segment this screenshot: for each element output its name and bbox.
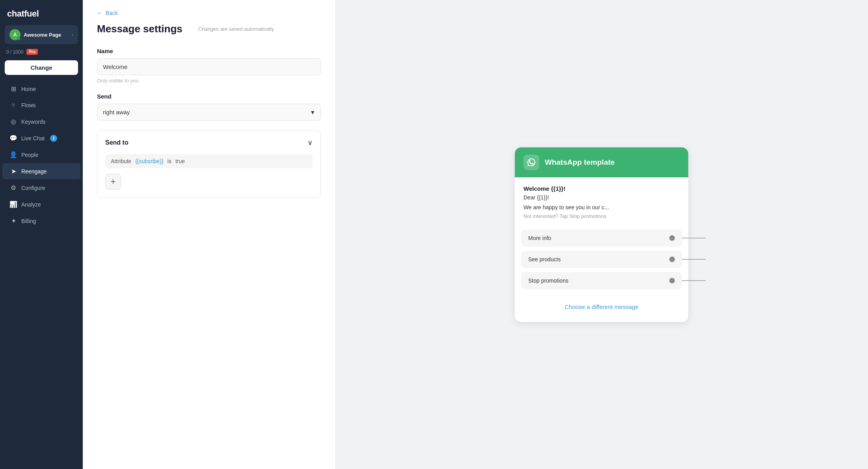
billing-icon: ✦ — [9, 217, 17, 225]
stats-text: 0 / 1000 — [6, 49, 23, 55]
sidebar-item-label: Home — [21, 86, 36, 92]
send-select[interactable]: right away — [97, 104, 321, 121]
right-panel: WhatsApp template Welcome {{1}}! Dear {{… — [335, 0, 868, 469]
keywords-icon: ◎ — [9, 118, 17, 125]
wa-button-stop-promotions-label: Stop promotions — [528, 277, 568, 284]
sidebar-item-configure[interactable]: ⚙ Configure — [2, 180, 80, 196]
wa-button-see-products[interactable]: See products — [521, 251, 682, 268]
send-select-wrapper: right away ▼ — [97, 104, 321, 121]
sidebar-item-label: Keywords — [21, 119, 45, 125]
whatsapp-card: WhatsApp template Welcome {{1}}! Dear {{… — [515, 147, 688, 322]
sidebar-item-home[interactable]: ⊞ Home — [2, 81, 80, 97]
change-button[interactable]: Change — [5, 60, 78, 75]
send-to-title: Send to — [105, 139, 129, 146]
flows-icon: ⑂ — [9, 102, 17, 109]
filter-value-text: true — [175, 158, 185, 164]
wa-connector-dot-1 — [669, 235, 675, 241]
wa-connector-dot-3 — [669, 278, 675, 283]
send-to-card: Send to ∨ Attribute {{subsribe}} is true… — [97, 130, 321, 198]
name-label: Name — [97, 48, 321, 54]
name-hint: Only visible to you — [97, 78, 321, 84]
livechat-icon: 💬 — [9, 134, 17, 142]
app-logo: chatfuel — [0, 0, 83, 25]
sidebar-item-flows[interactable]: ⑂ Flows — [2, 97, 80, 113]
sidebar-item-reengage[interactable]: ➤ Reengage — [2, 163, 80, 179]
send-label: Send — [97, 93, 321, 100]
connector-line-1 — [682, 238, 706, 238]
wa-button-more-info-label: More info — [528, 235, 551, 241]
analyze-icon: 📊 — [9, 201, 17, 208]
page-header: Message settings Changes are saved autom… — [97, 23, 321, 35]
connector-line-2 — [682, 259, 706, 260]
wa-message-title: Welcome {{1}}! — [523, 185, 680, 192]
configure-icon: ⚙ — [9, 184, 17, 192]
account-stats: 0 / 1000 Pro — [5, 47, 78, 56]
connector-line-3 — [682, 280, 706, 281]
sidebar-item-keywords[interactable]: ◎ Keywords — [2, 114, 80, 130]
filter-is-text: is — [168, 158, 171, 164]
account-chevron-icon: › — [72, 32, 73, 37]
sidebar-item-label: Configure — [21, 185, 45, 191]
account-switcher[interactable]: A Awesome Page › — [5, 25, 78, 44]
name-section: Name Only visible to you — [97, 48, 321, 84]
sidebar-item-label: Billing — [21, 218, 36, 224]
reengage-icon: ➤ — [9, 168, 17, 175]
sidebar-item-label: People — [21, 152, 39, 158]
wa-message-sub: Not interested? Tap Stop promotions — [523, 213, 680, 219]
back-arrow-icon: ← — [97, 9, 103, 17]
back-link[interactable]: ← Back — [97, 9, 321, 17]
pro-badge: Pro — [26, 49, 38, 55]
filter-attribute-value[interactable]: {{subsribe}} — [135, 158, 164, 164]
wa-button-stop-promotions[interactable]: Stop promotions — [521, 272, 682, 289]
wa-header: WhatsApp template — [515, 147, 688, 177]
filter-row: Attribute {{subsribe}} is true — [105, 154, 313, 168]
wa-header-title: WhatsApp template — [545, 158, 615, 167]
avatar: A — [9, 29, 20, 40]
live-chat-badge: 1 — [50, 135, 57, 142]
wa-button-see-products-label: See products — [528, 256, 561, 262]
online-dot — [17, 37, 20, 40]
sidebar-nav: ⊞ Home ⑂ Flows ◎ Keywords 💬 Live Chat 1 … — [0, 80, 83, 229]
sidebar-item-label: Analyze — [21, 201, 41, 208]
wa-message-line1: Dear {{1}}! — [523, 194, 680, 202]
sidebar-item-people[interactable]: 👤 People — [2, 147, 80, 163]
sidebar-item-live-chat[interactable]: 💬 Live Chat 1 — [2, 130, 80, 146]
sidebar-item-billing[interactable]: ✦ Billing — [2, 213, 80, 229]
wa-footer: Choose a different message — [515, 296, 688, 322]
main-content: ← Back Message settings Changes are save… — [83, 0, 335, 469]
autosave-text: Changes are saved automatically — [198, 26, 274, 32]
send-to-header: Send to ∨ — [105, 138, 313, 147]
account-name: Awesome Page — [24, 32, 69, 38]
sidebar-item-label: Reengage — [21, 168, 47, 175]
people-icon: 👤 — [9, 151, 17, 158]
wa-message-line2: We are happy to see you in our c... — [523, 203, 680, 212]
add-filter-button[interactable]: + — [105, 174, 121, 190]
wa-body: Welcome {{1}}! Dear {{1}}! We are happy … — [515, 177, 688, 229]
filter-attribute-label: Attribute — [111, 158, 131, 164]
whatsapp-icon — [523, 154, 539, 170]
wa-buttons: More info See products Stop promotions — [515, 229, 688, 296]
choose-different-message-link[interactable]: Choose a different message — [523, 300, 680, 314]
home-icon: ⊞ — [9, 85, 17, 93]
page-title: Message settings — [97, 23, 183, 35]
send-to-collapse-button[interactable]: ∨ — [307, 138, 313, 147]
sidebar-item-label: Flows — [21, 102, 36, 108]
sidebar: chatfuel A Awesome Page › 0 / 1000 Pro C… — [0, 0, 83, 469]
sidebar-item-label: Live Chat — [21, 135, 45, 141]
back-label: Back — [106, 10, 118, 16]
send-section: Send right away ▼ — [97, 93, 321, 121]
wa-button-more-info[interactable]: More info — [521, 229, 682, 247]
wa-connector-dot-2 — [669, 257, 675, 262]
name-input[interactable] — [97, 58, 321, 75]
sidebar-item-analyze[interactable]: 📊 Analyze — [2, 196, 80, 212]
